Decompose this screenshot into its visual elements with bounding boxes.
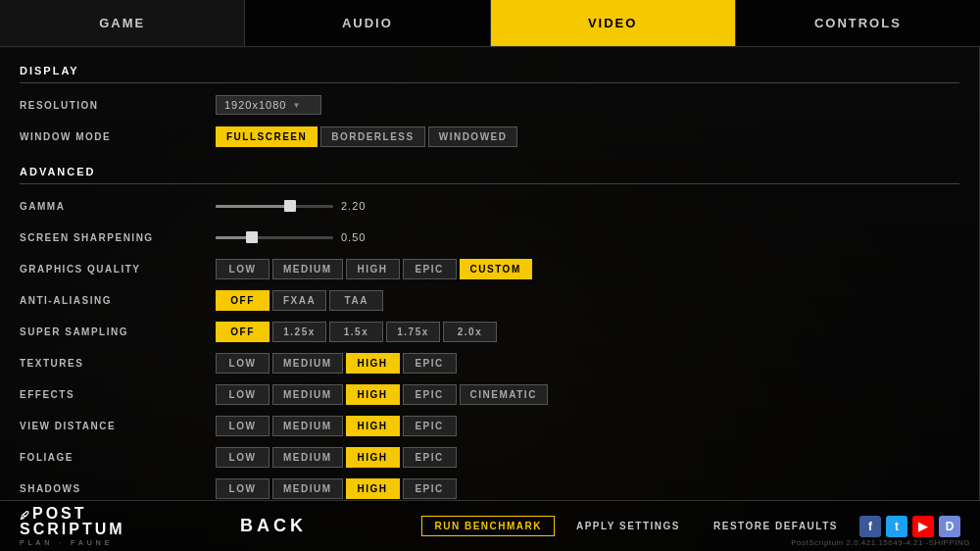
btn-ss-175[interactable]: 1.75x [386,322,440,342]
resolution-row: RESOLUTION 1920x1080 ▼ [20,91,959,119]
window-mode-label: WINDOW MODE [20,131,216,142]
screen-sharpening-label: SCREEN SHARPENING [20,232,216,243]
tab-game[interactable]: GAME [0,0,245,46]
tab-audio[interactable]: AUDIO [245,0,490,46]
foliage-row: FOLIAGE LOW MEDIUM HIGH EPIC [20,443,959,471]
resolution-control: 1920x1080 ▼ [216,95,321,115]
btn-eff-cinematic[interactable]: CINEMATIC [460,384,548,405]
shadows-row: SHADOWS LOW MEDIUM HIGH EPIC [20,475,959,500]
btn-vd-epic[interactable]: EPIC [403,416,457,436]
sharpening-slider-track[interactable] [216,236,333,239]
gamma-slider-track[interactable] [216,205,333,208]
btn-ss-150[interactable]: 1.5x [329,322,383,342]
btn-tex-high[interactable]: HIGH [346,353,400,374]
textures-control: LOW MEDIUM HIGH EPIC [216,353,457,374]
gamma-label: GAMMA [20,201,216,212]
super-sampling-control: OFF 1.25x 1.5x 1.75x 2.0x [216,322,497,342]
gamma-slider-fill [216,205,288,208]
gamma-value: 2.20 [341,200,375,212]
effects-row: EFFECTS LOW MEDIUM HIGH EPIC CINEMATIC [20,380,959,408]
btn-aa-taa[interactable]: TAA [329,290,383,311]
btn-fol-medium[interactable]: MEDIUM [272,447,343,468]
btn-windowed[interactable]: WINDOWED [428,126,518,147]
btn-fol-high[interactable]: HIGH [346,447,400,468]
apply-settings-button[interactable]: APPLY SETTINGS [564,517,692,535]
version-bar: PostScriptum 2.0.421.15649-4.21 -SHIPPIN… [791,531,970,549]
advanced-header: ADVANCED [20,158,959,184]
btn-gq-custom[interactable]: CUSTOM [460,259,532,279]
btn-gq-high[interactable]: HIGH [346,259,400,279]
btn-eff-high[interactable]: HIGH [346,384,400,405]
window-mode-row: WINDOW MODE FULLSCREEN BORDERLESS WINDOW… [20,123,959,150]
btn-eff-epic[interactable]: EPIC [403,384,457,405]
btn-aa-off[interactable]: OFF [216,290,270,311]
sharpening-slider-thumb[interactable] [246,231,258,243]
btn-ss-off[interactable]: OFF [216,322,270,342]
logo-area: 🖊 POST SCRIPTUM PLAN · FAUNE [20,506,125,547]
btn-fol-epic[interactable]: EPIC [403,447,457,468]
anti-aliasing-row: ANTI-ALIASING OFF FXAA TAA [20,286,959,314]
shadows-label: SHADOWS [20,483,216,494]
display-header: DISPLAY [20,57,959,83]
screen-sharpening-control: 0.50 [216,231,375,243]
btn-aa-fxaa[interactable]: FXAA [272,290,326,311]
view-distance-control: LOW MEDIUM HIGH EPIC [216,416,457,436]
resolution-dropdown[interactable]: 1920x1080 ▼ [216,95,321,115]
btn-tex-medium[interactable]: MEDIUM [272,353,343,374]
anti-aliasing-control: OFF FXAA TAA [216,290,383,311]
super-sampling-label: SUPER SAMPLING [20,326,216,337]
btn-eff-low[interactable]: LOW [216,384,270,405]
logo-post: POST [32,506,87,522]
textures-row: TEXTURES LOW MEDIUM HIGH EPIC [20,349,959,376]
btn-borderless[interactable]: BORDERLESS [320,126,424,147]
logo: 🖊 POST SCRIPTUM PLAN · FAUNE [20,506,125,547]
btn-shad-high[interactable]: HIGH [346,478,400,499]
view-distance-row: VIEW DISTANCE LOW MEDIUM HIGH EPIC [20,412,959,439]
btn-shad-low[interactable]: LOW [216,478,270,499]
main-area: DISPLAY RESOLUTION 1920x1080 ▼ WINDOW MO… [0,47,980,500]
version-text: PostScriptum 2.0.421.15649-4.21 -SHIPPIN… [791,538,970,547]
foliage-control: LOW MEDIUM HIGH EPIC [216,447,457,468]
tab-video[interactable]: VIDEO [491,0,736,46]
foliage-label: FOLIAGE [20,452,216,463]
shadows-control: LOW MEDIUM HIGH EPIC [216,478,457,499]
graphics-quality-control: LOW MEDIUM HIGH EPIC CUSTOM [216,259,532,279]
btn-ss-125[interactable]: 1.25x [272,322,326,342]
gamma-row: GAMMA 2.20 [20,192,959,220]
effects-control: LOW MEDIUM HIGH EPIC CINEMATIC [216,384,548,405]
window-mode-control: FULLSCREEN BORDERLESS WINDOWED [216,126,517,147]
effects-label: EFFECTS [20,389,216,400]
run-benchmark-button[interactable]: RUN BENCHMARK [421,516,555,536]
tab-bar: GAME AUDIO VIDEO CONTROLS [0,0,980,47]
resolution-label: RESOLUTION [20,100,216,111]
back-button[interactable]: BACK [240,516,307,536]
graphics-quality-label: GRAPHICS QUALITY [20,264,216,275]
tab-controls[interactable]: CONTROLS [736,0,980,46]
dropdown-arrow-icon: ▼ [292,101,301,110]
btn-shad-epic[interactable]: EPIC [403,478,457,499]
screen-sharpening-row: SCREEN SHARPENING 0.50 [20,224,959,251]
gamma-slider-thumb[interactable] [284,200,296,212]
btn-tex-epic[interactable]: EPIC [403,353,457,374]
btn-gq-medium[interactable]: MEDIUM [272,259,343,279]
btn-vd-medium[interactable]: MEDIUM [272,416,343,436]
btn-shad-medium[interactable]: MEDIUM [272,478,343,499]
super-sampling-row: SUPER SAMPLING OFF 1.25x 1.5x 1.75x 2.0x [20,318,959,345]
sharpening-value: 0.50 [341,231,375,243]
graphics-quality-row: GRAPHICS QUALITY LOW MEDIUM HIGH EPIC CU… [20,255,959,282]
logo-icon-pen: 🖊 [20,510,30,521]
btn-fol-low[interactable]: LOW [216,447,270,468]
btn-gq-epic[interactable]: EPIC [403,259,457,279]
btn-fullscreen[interactable]: FULLSCREEN [216,126,318,147]
settings-panel: DISPLAY RESOLUTION 1920x1080 ▼ WINDOW MO… [0,47,980,500]
gamma-control: 2.20 [216,200,375,212]
btn-vd-low[interactable]: LOW [216,416,270,436]
logo-subtitle: PLAN · FAUNE [20,539,125,547]
btn-gq-low[interactable]: LOW [216,259,270,279]
logo-scriptum: SCRIPTUM [20,522,125,537]
btn-eff-medium[interactable]: MEDIUM [272,384,343,405]
btn-vd-high[interactable]: HIGH [346,416,400,436]
btn-tex-low[interactable]: LOW [216,353,270,374]
btn-ss-200[interactable]: 2.0x [443,322,497,342]
textures-label: TEXTURES [20,358,216,369]
